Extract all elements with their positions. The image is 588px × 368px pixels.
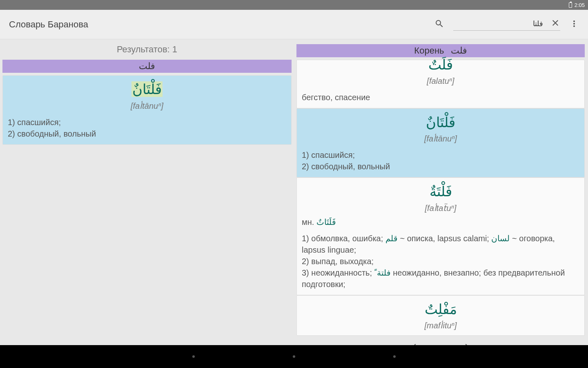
detail-pane: Корень فلت فَلَتٌ[falatuⁿ]бегство, спасе… bbox=[294, 39, 588, 345]
status-bar: 2:05 bbox=[0, 0, 588, 10]
entry-body: 1) спасшийся; 2) свободный, вольный bbox=[302, 149, 579, 172]
entry-arabic: فَلْتَانٌ bbox=[8, 80, 286, 99]
detail-card[interactable]: فَلْتَانٌ[fal͏̒tānuⁿ]1) спасшийся; 2) св… bbox=[296, 108, 585, 178]
search-icon[interactable] bbox=[434, 19, 444, 30]
entry-translit: [fal͏̒tānuⁿ] bbox=[302, 134, 579, 144]
result-root-header: فلت bbox=[2, 60, 292, 73]
entry-translit: [fal͏̒taẗuⁿ] bbox=[302, 203, 579, 213]
root-arabic: فلت bbox=[139, 61, 155, 71]
result-card[interactable]: فَلْتَانٌ [fal͏̒tānuⁿ] 1) спасшийся; 2) … bbox=[2, 75, 292, 145]
overflow-menu-icon[interactable] bbox=[569, 19, 579, 30]
nav-dot bbox=[393, 355, 396, 358]
entry-translit: [mafl͏̒ituⁿ] bbox=[302, 321, 579, 330]
detail-card[interactable]: فَلْتَةٌ[fal͏̒taẗuⁿ]мн. فَلَتَاتٌ1) обм… bbox=[296, 177, 585, 295]
results-count: Результатов: 1 bbox=[2, 44, 292, 55]
entry-arabic: مَفْلِتٌ bbox=[302, 300, 579, 319]
root-arabic: فلت bbox=[451, 45, 467, 56]
next-arrow-icon[interactable] bbox=[461, 342, 471, 345]
entry-translit: [falatuⁿ] bbox=[302, 76, 579, 86]
app-title: Словарь Баранова bbox=[9, 19, 88, 30]
root-label: Корень bbox=[414, 45, 444, 56]
status-time: 2:05 bbox=[575, 2, 585, 8]
prev-arrow-icon[interactable] bbox=[410, 342, 420, 345]
nav-dot bbox=[293, 355, 295, 358]
android-nav-bar bbox=[0, 345, 588, 368]
search-box bbox=[453, 18, 560, 31]
nav-dot bbox=[192, 355, 195, 358]
entry-body: 1) спасшийся; 2) свободный, вольный bbox=[8, 117, 286, 139]
detail-card[interactable]: مَفْلِتٌ[mafl͏̒ituⁿ] bbox=[296, 295, 585, 336]
entry-arabic: فَلَتٌ bbox=[302, 55, 579, 75]
clear-search-icon[interactable] bbox=[550, 18, 560, 29]
toolbar: Словарь Баранова bbox=[0, 10, 588, 39]
content-split: Результатов: 1 فلت فَلْتَانٌ [fal͏̒tānuⁿ… bbox=[0, 39, 588, 345]
results-pane: Результатов: 1 فلت فَلْتَانٌ [fal͏̒tānuⁿ… bbox=[0, 39, 294, 345]
entry-translit: [fal͏̒tānuⁿ] bbox=[8, 101, 286, 111]
entry-arabic: فَلْتَانٌ bbox=[302, 113, 579, 132]
entry-body: 1) обмолвка, ошибка; قلم ~ описка, lapsu… bbox=[302, 233, 579, 290]
entry-body: бегство, спасение bbox=[302, 92, 579, 103]
nav-arrows bbox=[296, 338, 585, 345]
search-input[interactable] bbox=[453, 20, 543, 28]
entry-arabic: فَلْتَةٌ bbox=[302, 182, 579, 202]
entry-plural: мн. فَلَتَاتٌ bbox=[302, 217, 579, 227]
battery-icon bbox=[569, 2, 572, 8]
detail-card[interactable]: فَلَتٌ[falatuⁿ]бегство, спасение bbox=[296, 60, 585, 108]
